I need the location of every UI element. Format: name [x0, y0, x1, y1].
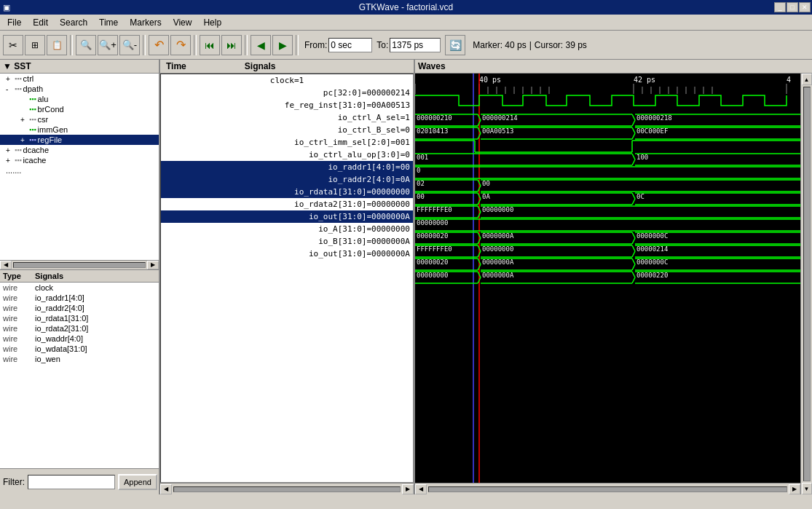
menu-edit[interactable]: Edit: [27, 16, 54, 29]
sst-scroll-track[interactable]: [13, 262, 146, 268]
append-button[interactable]: Append: [118, 474, 157, 490]
maximize-button[interactable]: □: [787, 2, 798, 12]
minimize-button[interactable]: _: [774, 2, 786, 12]
waves-scroll-left[interactable]: ◀: [415, 484, 427, 494]
tree-label-alu: alu: [38, 95, 49, 103]
cursor-label: Cursor: 39 ps: [535, 40, 587, 50]
signals-panel: Time Signals clock=1 pc[32:0]=000000214 …: [160, 60, 415, 494]
from-input[interactable]: [328, 38, 372, 52]
prev-marker-button[interactable]: ◀: [251, 35, 271, 55]
sig-name-raddr1: io_raddr1[4:0]: [35, 293, 84, 302]
prev-edge-button[interactable]: ⏮: [200, 35, 220, 55]
waves-scroll-right[interactable]: ▶: [789, 484, 800, 494]
menu-time[interactable]: Time: [93, 16, 124, 29]
sig-pc[interactable]: pc[32:0]=000000214: [161, 87, 413, 99]
menu-file[interactable]: File: [1, 16, 27, 29]
sig-asel[interactable]: io_ctrl_A_sel=1: [161, 111, 413, 124]
sig-raddr2[interactable]: io_raddr2[4:0]=0A: [161, 173, 413, 186]
next-marker-button[interactable]: ▶: [272, 35, 293, 55]
sst-scroll-right[interactable]: ▶: [147, 261, 159, 269]
sig-ioA[interactable]: io_A[31:0]=00000000: [161, 223, 413, 235]
sig-rdata2[interactable]: io_rdata2[31:0]=00000000: [161, 198, 413, 210]
toolbar: ✂ ⊞ 📋 🔍 🔍+ 🔍- ↶ ↷ ⏮ ⏭ ◀ ▶ From: To: 🔄 Ma…: [0, 31, 812, 60]
svg-text:00000000: 00000000: [417, 219, 448, 226]
signals-scroll-right[interactable]: ▶: [402, 484, 414, 494]
sig-ioB[interactable]: io_B[31:0]=0000000A: [161, 235, 413, 248]
waves-scroll-up[interactable]: ▲: [802, 74, 812, 85]
signals-scroll-track[interactable]: [173, 486, 401, 492]
marker-info: Marker: 40 ps | Cursor: 39 ps: [473, 40, 587, 50]
svg-text:02: 02: [417, 180, 425, 187]
tree-item-ctrl[interactable]: + ▪▪▪ ctrl: [0, 74, 159, 84]
filter-input[interactable]: [28, 475, 115, 489]
sst-tree[interactable]: + ▪▪▪ ctrl - ▪▪▪ dpath ▪▪▪ alu ▪▪▪ brCon…: [0, 74, 159, 260]
tree-item-immgen[interactable]: ▪▪▪ immGen: [0, 125, 159, 135]
titlebar-icon: ▣: [3, 3, 10, 12]
tree-item-icache[interactable]: + ▪▪▪ icache: [0, 155, 159, 165]
close-button[interactable]: ✕: [799, 2, 811, 12]
sst-scroll-left[interactable]: ◀: [0, 261, 12, 269]
waves-scroll-down[interactable]: ▼: [802, 483, 812, 494]
zoom-out-button[interactable]: 🔍-: [119, 35, 140, 55]
svg-text:00000214: 00000214: [636, 245, 668, 253]
sig-row-raddr1[interactable]: wire io_raddr1[4:0]: [0, 293, 159, 303]
sig-aluop[interactable]: io_ctrl_alu_op[3:0]=0: [161, 149, 413, 161]
svg-text:0: 0: [417, 167, 420, 174]
sig-name-wen: io_wen: [35, 355, 60, 363]
sig-out2[interactable]: io_out[31:0]=0000000A: [161, 248, 413, 260]
menu-help[interactable]: Help: [197, 16, 227, 29]
tree-item-dpath[interactable]: - ▪▪▪ dpath: [0, 84, 159, 94]
waves-vscrollbar[interactable]: ▲ ▼: [800, 74, 812, 494]
sst-hscrollbar[interactable]: ◀ ▶: [0, 260, 159, 270]
svg-text:00000020: 00000020: [417, 232, 448, 240]
menu-search[interactable]: Search: [54, 16, 93, 29]
next-edge-button[interactable]: ⏭: [221, 35, 242, 55]
paste-button[interactable]: 📋: [47, 35, 67, 55]
sig-out[interactable]: io_out[31:0]=0000000A: [161, 210, 413, 223]
sig-row-raddr2[interactable]: wire io_raddr2[4:0]: [0, 303, 159, 313]
to-input[interactable]: [390, 38, 441, 52]
sig-row-wdata[interactable]: wire io_wdata[31:0]: [0, 344, 159, 354]
redo-button[interactable]: ↷: [170, 35, 191, 55]
titlebar-title: GTKWave - factorial.vcd: [359, 2, 454, 12]
sig-type-rdata1: wire: [3, 314, 29, 323]
tree-item-regfile[interactable]: + ▪▪▪ regFile: [0, 135, 159, 145]
svg-text:0A: 0A: [482, 193, 490, 200]
menu-markers[interactable]: Markers: [124, 16, 167, 29]
sig-row-rdata1[interactable]: wire io_rdata1[31:0]: [0, 313, 159, 323]
signals-scroll-left[interactable]: ◀: [160, 484, 172, 494]
signals-hscrollbar[interactable]: ◀ ▶: [160, 483, 414, 494]
waves-hscrollbar[interactable]: ◀ ▶: [415, 483, 800, 494]
tree-item-csr[interactable]: + ▪▪▪ csr: [0, 114, 159, 125]
sig-bsel[interactable]: io_ctrl_B_sel=0: [161, 124, 413, 136]
copy-button[interactable]: ⊞: [25, 35, 45, 55]
refresh-button[interactable]: 🔄: [445, 35, 465, 55]
sig-immsel[interactable]: io_ctrl_imm_sel[2:0]=001: [161, 136, 413, 149]
menu-view[interactable]: View: [167, 16, 198, 29]
sig-type-wdata: wire: [3, 344, 29, 353]
undo-button[interactable]: ↶: [149, 35, 169, 55]
sig-raddr1[interactable]: io_raddr1[4:0]=00: [161, 161, 413, 173]
sig-row-clock[interactable]: wire clock: [0, 283, 159, 293]
cut-button[interactable]: ✂: [3, 35, 23, 55]
signals-list[interactable]: clock=1 pc[32:0]=000000214 fe_reg_inst[3…: [160, 74, 414, 483]
zoom-fit-button[interactable]: 🔍: [76, 35, 96, 55]
sig-clock[interactable]: clock=1: [161, 74, 413, 87]
tree-label-immgen: immGen: [38, 125, 68, 134]
waves-vscroll-track[interactable]: [803, 87, 811, 481]
waves-scroll-track[interactable]: [428, 486, 787, 492]
type-col-header: Type: [3, 272, 32, 280]
signal-type-list[interactable]: wire clock wire io_raddr1[4:0] wire io_r…: [0, 283, 159, 469]
tree-item-brcond[interactable]: ▪▪▪ brCond: [0, 104, 159, 114]
sig-feinst[interactable]: fe_reg_inst[31:0]=00A00513: [161, 99, 413, 111]
sst-panel: ▼ SST + ▪▪▪ ctrl - ▪▪▪ dpath ▪▪▪ alu ▪▪▪: [0, 60, 160, 494]
to-group: To:: [377, 38, 441, 52]
wave-rows-container[interactable]: 000000210 000000214 000000218: [415, 94, 800, 483]
sig-row-waddr[interactable]: wire io_waddr[4:0]: [0, 334, 159, 344]
tree-item-alu[interactable]: ▪▪▪ alu: [0, 94, 159, 104]
sig-row-rdata2[interactable]: wire io_rdata2[31:0]: [0, 323, 159, 334]
zoom-in-button[interactable]: 🔍+: [98, 35, 118, 55]
sig-rdata1[interactable]: io_rdata1[31:0]=00000000: [161, 186, 413, 198]
sig-row-wen[interactable]: wire io_wen: [0, 354, 159, 364]
tree-item-dcache[interactable]: + ▪▪▪ dcache: [0, 145, 159, 155]
